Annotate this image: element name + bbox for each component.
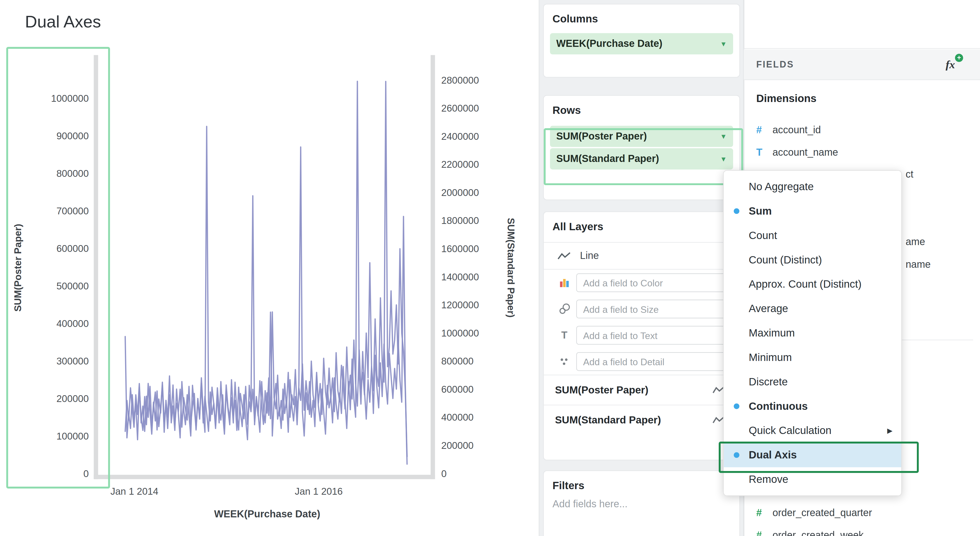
field-item-order-created-week[interactable]: #order_created_week xyxy=(756,524,864,536)
shelf-panel: Columns WEEK(Purchase Date)▼ Rows SUM(Po… xyxy=(539,0,744,536)
menu-item-label: Continuous xyxy=(749,400,808,413)
menu-item-remove[interactable]: Remove xyxy=(724,467,901,492)
menu-item-label: Quick Calculation xyxy=(749,424,832,437)
menu-item-sum[interactable]: Sum xyxy=(724,199,901,223)
drop-input-add-a-field-to-color[interactable] xyxy=(576,273,734,292)
menu-item-discrete[interactable]: Discrete xyxy=(724,370,901,394)
right-axis-tick: 1800000 xyxy=(441,215,479,226)
text-field-icon: T xyxy=(756,147,773,158)
drop-row-text: T xyxy=(544,322,740,348)
mark-type-row[interactable]: Line xyxy=(544,243,740,269)
detail-icon xyxy=(557,357,571,367)
measure-label: SUM(Standard Paper) xyxy=(555,414,661,426)
selected-dot-icon xyxy=(734,404,740,409)
field-item-account-name[interactable]: Taccount_name xyxy=(756,141,838,164)
number-field-icon: # xyxy=(756,507,773,518)
field-label: order_created_week xyxy=(772,530,864,536)
pill-label: SUM(Poster Paper) xyxy=(556,131,647,142)
pill-label: WEEK(Purchase Date) xyxy=(556,38,662,49)
right-axis-tick: 2200000 xyxy=(441,159,479,170)
rows-pill-list: SUM(Poster Paper)▼SUM(Standard Paper)▼ xyxy=(544,126,740,169)
menu-item-maximum[interactable]: Maximum xyxy=(724,321,901,345)
chevron-down-icon[interactable]: ▼ xyxy=(720,40,727,48)
shelf-pill-sum-standard-paper[interactable]: SUM(Standard Paper)▼ xyxy=(550,148,733,169)
menu-item-count-distinct[interactable]: Count (Distinct) xyxy=(724,247,901,272)
x-axis-title: WEEK(Purchase Date) xyxy=(214,508,320,519)
chart-panel: Dual Axes 010000020000030000040000050000… xyxy=(0,0,539,536)
menu-item-no-aggregate[interactable]: No Aggregate xyxy=(724,175,901,199)
menu-item-label: Count xyxy=(749,229,777,242)
filters-title: Filters xyxy=(544,471,740,492)
all-layers-card: All Layers Line T SUM(Poster Paper)▾SUM(… xyxy=(543,211,740,460)
left-axis-tick: 400000 xyxy=(56,318,89,329)
dual-axis-line-chart[interactable]: 0100000200000300000400000500000600000700… xyxy=(0,0,539,536)
right-axis-tick: 2400000 xyxy=(441,131,479,142)
measure-label: SUM(Poster Paper) xyxy=(555,384,648,396)
menu-item-label: Count (Distinct) xyxy=(749,254,822,266)
number-field-icon: # xyxy=(756,124,773,136)
right-axis-tick: 600000 xyxy=(441,384,473,395)
obscured-field-fragment[interactable]: name xyxy=(905,259,931,270)
menu-item-dual-axis[interactable]: Dual Axis xyxy=(724,443,901,467)
drop-input-add-a-field-to-text[interactable] xyxy=(576,326,734,345)
right-axis-title: SUM(Standard Paper) xyxy=(506,218,516,317)
drop-input-add-a-field-to-detail[interactable] xyxy=(576,352,734,371)
left-axis-tick: 800000 xyxy=(56,168,89,179)
columns-pill-list: WEEK(Purchase Date)▼ xyxy=(544,33,740,54)
menu-item-quick-calculation[interactable]: Quick Calculation▶ xyxy=(724,418,901,443)
menu-item-average[interactable]: Average xyxy=(724,297,901,321)
chevron-down-icon[interactable]: ▼ xyxy=(720,155,727,163)
left-axis-tick: 600000 xyxy=(56,243,89,254)
right-axis-tick: 2800000 xyxy=(441,75,479,86)
obscured-field-fragment[interactable]: ame xyxy=(905,236,925,248)
field-item-account-id[interactable]: #account_id xyxy=(756,119,821,141)
menu-item-label: Minimum xyxy=(749,351,792,364)
drop-row-color xyxy=(544,270,740,296)
layer-measure-sum-standard-paper[interactable]: SUM(Standard Paper)▾ xyxy=(544,405,740,435)
number-field-icon: # xyxy=(756,530,773,536)
add-formula-button[interactable]: fx+ xyxy=(945,58,955,71)
menu-item-approx-count-distinct[interactable]: Approx. Count (Distinct) xyxy=(724,272,901,297)
menu-item-label: Remove xyxy=(749,473,788,486)
shelf-pill-sum-poster-paper[interactable]: SUM(Poster Paper)▼ xyxy=(550,126,733,147)
menu-item-label: Average xyxy=(749,303,788,315)
drop-input-add-a-field-to-size[interactable] xyxy=(576,300,734,319)
layer-measure-sum-poster-paper[interactable]: SUM(Poster Paper)▾ xyxy=(544,375,740,405)
selected-dot-icon xyxy=(734,208,740,214)
panel-tabs: Data Format xyxy=(744,0,980,49)
line-mark-icon xyxy=(557,251,571,260)
menu-item-label: Discrete xyxy=(749,376,788,388)
aggregate-context-menu: No AggregateSumCountCount (Distinct)Appr… xyxy=(723,170,902,496)
field-item-order-created-quarter[interactable]: #order_created_quarter xyxy=(756,502,872,524)
encoding-drop-rows: T xyxy=(544,270,740,375)
field-label: account_name xyxy=(772,147,838,158)
filters-card: Filters Add fields here... xyxy=(543,471,740,536)
right-axis-tick: 2600000 xyxy=(441,103,479,113)
right-axis-tick: 1400000 xyxy=(441,271,479,282)
menu-item-minimum[interactable]: Minimum xyxy=(724,345,901,370)
left-axis-tick: 100000 xyxy=(56,431,89,442)
layer-measure-rows: SUM(Poster Paper)▾SUM(Standard Paper)▾ xyxy=(544,375,740,435)
field-label: order_created_quarter xyxy=(772,507,872,518)
mark-type-label: Line xyxy=(580,250,599,262)
right-axis-line xyxy=(431,55,435,479)
plus-icon: + xyxy=(955,53,963,61)
rows-shelf-title: Rows xyxy=(544,96,740,117)
left-axis-tick: 300000 xyxy=(56,356,89,367)
chevron-down-icon[interactable]: ▼ xyxy=(720,132,727,140)
filters-drop-area[interactable]: Add fields here... xyxy=(544,492,740,510)
menu-item-count[interactable]: Count xyxy=(724,223,901,248)
fields-header-label: FIELDS xyxy=(756,59,794,70)
shelf-pill-week-purchase-date[interactable]: WEEK(Purchase Date)▼ xyxy=(550,33,733,54)
fields-header-band: FIELDS fx+ xyxy=(744,49,980,80)
size-icon xyxy=(557,303,571,314)
left-axis-tick: 200000 xyxy=(56,393,89,404)
right-axis-tick: 1200000 xyxy=(441,300,479,310)
right-axis-tick: 1600000 xyxy=(441,243,479,254)
all-layers-title: All Layers xyxy=(544,212,740,233)
menu-item-continuous[interactable]: Continuous xyxy=(724,394,901,419)
left-axis-title: SUM(Poster Paper) xyxy=(12,224,23,312)
menu-item-label: Approx. Count (Distinct) xyxy=(749,278,861,291)
drop-row-size xyxy=(544,296,740,322)
obscured-field-fragment[interactable]: ct xyxy=(905,169,913,180)
